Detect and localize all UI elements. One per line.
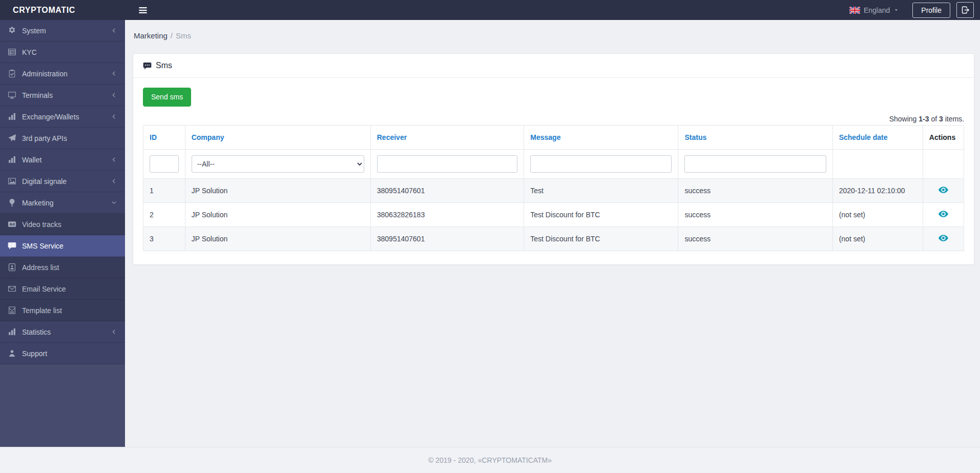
address-book-icon <box>8 263 16 272</box>
column-header-actions: Actions <box>923 125 964 149</box>
filter-company-select[interactable]: --All-- <box>192 155 364 173</box>
cell-message: Test Discount for BTC <box>524 227 678 251</box>
bar-chart-icon <box>8 112 16 121</box>
image-icon <box>8 177 16 186</box>
monitor-icon <box>8 91 16 99</box>
sidebar-item-label: Exchange/Wallets <box>22 113 105 121</box>
breadcrumb: Marketing/Sms <box>134 31 974 40</box>
sidebar-item-3rd-party-apis[interactable]: 3rd party APIs <box>0 128 125 149</box>
sidebar-item-label: Digital signale <box>22 177 105 186</box>
sms-bubble-icon <box>8 241 16 250</box>
cell-id: 1 <box>143 178 185 202</box>
summary-total: 3 <box>939 115 943 123</box>
sidebar-item-wallet[interactable]: Wallet <box>0 149 125 171</box>
filter-cell-receiver <box>370 149 524 178</box>
cell-message: Test Discount for BTC <box>524 202 678 227</box>
gear-icon <box>8 26 16 35</box>
sidebar-item-administration[interactable]: Administration <box>0 63 125 85</box>
filter-cell-actions <box>923 149 964 178</box>
sidebar-item-label: Template list <box>22 306 117 315</box>
column-header-id[interactable]: ID <box>143 125 185 149</box>
cell-receiver: 380951407601 <box>370 227 524 251</box>
summary-of: of <box>929 115 939 123</box>
logout-icon <box>961 6 970 14</box>
summary-showing: Showing <box>889 115 919 123</box>
filter-cell-company: --All-- <box>185 149 370 178</box>
sidebar-item-label: 3rd party APIs <box>22 134 117 142</box>
table-header-row: IDCompanyReceiverMessageStatusSchedule d… <box>143 125 964 149</box>
logout-button[interactable] <box>956 2 974 18</box>
send-sms-button[interactable]: Send sms <box>143 88 191 107</box>
filter-receiver-input[interactable] <box>377 155 518 173</box>
sidebar-item-kyc[interactable]: KYC <box>0 42 125 63</box>
language-selector[interactable]: England <box>849 6 899 14</box>
sidebar-item-exchange-wallets[interactable]: Exchange/Wallets <box>0 106 125 128</box>
cell-status: success <box>678 227 832 251</box>
chevron-left-icon <box>111 328 117 335</box>
filter-status-input[interactable] <box>684 155 826 173</box>
table-filter-row: --All-- <box>143 149 964 178</box>
breadcrumb-current: Sms <box>176 31 191 40</box>
column-header-status[interactable]: Status <box>678 125 832 149</box>
table-row: 1JP Solution380951407601Testsuccess2020-… <box>143 178 964 202</box>
sidebar-item-address-list[interactable]: Address list <box>0 257 125 278</box>
column-header-company[interactable]: Company <box>185 125 370 149</box>
svg-text:Ad: Ad <box>9 222 15 227</box>
cell-company: JP Solution <box>185 178 370 202</box>
sidebar-item-label: Marketing <box>22 199 105 207</box>
sidebar-item-terminals[interactable]: Terminals <box>0 85 125 106</box>
filter-message-input[interactable] <box>530 155 672 173</box>
sidebar-item-label: Email Service <box>22 285 117 293</box>
brand-logo[interactable]: CRYPTOMATIC <box>0 6 125 15</box>
sidebar-item-sms-service[interactable]: SMS Service <box>0 235 125 257</box>
profile-button[interactable]: Profile <box>912 3 950 18</box>
support-icon <box>8 349 16 358</box>
sms-bubble-icon <box>143 61 152 70</box>
sidebar-menu: SystemKYCAdministrationTerminalsExchange… <box>0 20 125 364</box>
breadcrumb-marketing[interactable]: Marketing <box>134 31 168 40</box>
sidebar-item-label: Statistics <box>22 328 105 336</box>
table-row: 3JP Solution380951407601Test Discount fo… <box>143 227 964 251</box>
cell-schedule-date: 2020-12-11 02:10:00 <box>832 178 923 202</box>
email-icon <box>8 284 16 293</box>
paper-plane-icon <box>8 134 16 142</box>
sidebar-item-marketing[interactable]: Marketing <box>0 192 125 214</box>
hamburger-icon[interactable] <box>138 6 148 15</box>
sidebar-item-digital-signale[interactable]: Digital signale <box>0 171 125 192</box>
chevron-left-icon <box>111 92 117 98</box>
bar-chart-icon <box>8 327 16 336</box>
table-body: --All-- 1JP Solution380951407601Testsucc… <box>143 149 964 251</box>
column-header-message[interactable]: Message <box>524 125 678 149</box>
cell-id: 2 <box>143 202 185 227</box>
chevron-left-icon <box>111 156 117 163</box>
chevron-down-icon <box>111 199 117 206</box>
cell-id: 3 <box>143 227 185 251</box>
view-action-button[interactable] <box>937 208 949 219</box>
view-action-button[interactable] <box>937 184 949 195</box>
column-header-schedule-date[interactable]: Schedule date <box>832 125 923 149</box>
column-header-receiver[interactable]: Receiver <box>370 125 524 149</box>
sidebar-item-email-service[interactable]: Email Service <box>0 278 125 300</box>
sidebar-item-statistics[interactable]: Statistics <box>0 321 125 343</box>
sidebar-item-label: Wallet <box>22 156 105 164</box>
sidebar-item-label: Video tracks <box>22 220 117 229</box>
sidebar-item-support[interactable]: Support <box>0 343 125 364</box>
cell-status: success <box>678 202 832 227</box>
card-header: Sms <box>133 54 974 78</box>
sidebar-item-label: Address list <box>22 263 117 272</box>
main-content: Marketing/Sms Sms Send sms Showing 1-3 o… <box>125 20 980 447</box>
ad-icon: Ad <box>8 220 16 229</box>
sidebar-item-template-list[interactable]: Template list <box>0 300 125 321</box>
filter-cell-schedule-date <box>832 149 923 178</box>
copyright-text: © 2019 - 2020, «CRYPTOMATICATM» <box>428 456 552 464</box>
bar-chart-icon <box>8 155 16 164</box>
topbar: CRYPTOMATIC England Profile <box>0 0 980 20</box>
list-icon <box>8 48 16 56</box>
filter-id-input[interactable] <box>150 155 179 173</box>
sidebar-item-video-tracks[interactable]: AdVideo tracks <box>0 214 125 235</box>
caret-down-icon <box>893 7 899 13</box>
view-action-button[interactable] <box>937 232 949 243</box>
cell-company: JP Solution <box>185 202 370 227</box>
cell-actions <box>923 227 964 251</box>
sidebar-item-system[interactable]: System <box>0 20 125 42</box>
